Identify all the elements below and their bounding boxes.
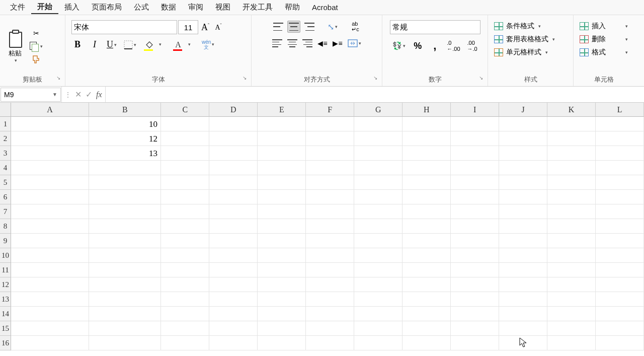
cell-F10[interactable] <box>306 248 354 263</box>
cell-L15[interactable] <box>596 321 644 336</box>
col-header-D[interactable]: D <box>209 103 258 117</box>
cell-B13[interactable] <box>89 292 161 307</box>
cell-A12[interactable] <box>11 277 89 292</box>
cell-K4[interactable] <box>547 161 596 175</box>
cell-D10[interactable] <box>209 248 258 263</box>
cell-J16[interactable] <box>499 336 547 350</box>
cell-E11[interactable] <box>258 263 306 277</box>
cell-F2[interactable] <box>306 131 354 146</box>
cell-C14[interactable] <box>161 307 209 321</box>
cell-I10[interactable] <box>451 248 499 263</box>
cell-H10[interactable] <box>403 248 451 263</box>
cell-C9[interactable] <box>161 234 209 248</box>
cell-K8[interactable] <box>547 219 596 234</box>
cell-G13[interactable] <box>354 292 403 307</box>
col-header-H[interactable]: H <box>403 103 451 117</box>
phonetic-button[interactable]: wén文▾ <box>201 39 215 51</box>
cell-J13[interactable] <box>499 292 547 307</box>
cell-I2[interactable] <box>451 131 499 146</box>
cell-A5[interactable] <box>11 175 89 190</box>
cell-E13[interactable] <box>258 292 306 307</box>
align-bottom-button[interactable] <box>303 21 315 33</box>
cell-A11[interactable] <box>11 263 89 277</box>
cell-I9[interactable] <box>451 234 499 248</box>
cell-I15[interactable] <box>451 321 499 336</box>
cell-F8[interactable] <box>306 219 354 234</box>
cell-E14[interactable] <box>258 307 306 321</box>
grow-font-button[interactable]: Aˆ <box>199 21 211 34</box>
cell-H16[interactable] <box>403 336 451 350</box>
cell-L11[interactable] <box>596 263 644 277</box>
cell-L2[interactable] <box>596 131 644 146</box>
menu-item-8[interactable]: 开发工具 <box>236 1 279 14</box>
dialog-launcher-icon[interactable]: ↘ <box>477 75 485 82</box>
cell-A16[interactable] <box>11 336 89 350</box>
cell-G12[interactable] <box>354 277 403 292</box>
cell-E5[interactable] <box>258 175 306 190</box>
cell-L13[interactable] <box>596 292 644 307</box>
cell-H3[interactable] <box>403 146 451 161</box>
col-header-K[interactable]: K <box>547 103 596 117</box>
cell-C8[interactable] <box>161 219 209 234</box>
cell-J3[interactable] <box>499 146 547 161</box>
cell-B6[interactable] <box>89 190 161 204</box>
cell-I11[interactable] <box>451 263 499 277</box>
cell-G1[interactable] <box>354 117 403 131</box>
cell-D4[interactable] <box>209 161 258 175</box>
align-top-button[interactable] <box>272 21 284 33</box>
cell-L12[interactable] <box>596 277 644 292</box>
font-size-select[interactable] <box>178 20 198 34</box>
wrap-text-button[interactable]: ab↵c <box>350 20 362 33</box>
cell-E12[interactable] <box>258 277 306 292</box>
cell-J5[interactable] <box>499 175 547 190</box>
row-header-2[interactable]: 2 <box>0 131 11 146</box>
cell-I14[interactable] <box>451 307 499 321</box>
cell-H14[interactable] <box>403 307 451 321</box>
fill-color-button[interactable]: ▾ <box>142 39 155 51</box>
col-header-G[interactable]: G <box>354 103 403 117</box>
cell-I6[interactable] <box>451 190 499 204</box>
cell-H1[interactable] <box>403 117 451 131</box>
cell-A8[interactable] <box>11 219 89 234</box>
cell-D14[interactable] <box>209 307 258 321</box>
menu-item-2[interactable]: 插入 <box>58 1 86 14</box>
row-header-13[interactable]: 13 <box>0 292 11 307</box>
cell-G2[interactable] <box>354 131 403 146</box>
cell-C13[interactable] <box>161 292 209 307</box>
menu-item-3[interactable]: 页面布局 <box>86 1 128 14</box>
cell-D11[interactable] <box>209 263 258 277</box>
copy-button[interactable]: ▾ <box>28 40 44 52</box>
cell-C7[interactable] <box>161 204 209 219</box>
cell-G8[interactable] <box>354 219 403 234</box>
cell-K11[interactable] <box>547 263 596 277</box>
cell-B15[interactable] <box>89 321 161 336</box>
cell-G14[interactable] <box>354 307 403 321</box>
cell-F15[interactable] <box>306 321 354 336</box>
cell-F11[interactable] <box>306 263 354 277</box>
accounting-format-button[interactable]: 💱▾ <box>391 40 407 52</box>
name-box[interactable]: M9 ▼ <box>1 88 61 102</box>
cell-F14[interactable] <box>306 307 354 321</box>
cell-B16[interactable] <box>89 336 161 350</box>
cell-F3[interactable] <box>306 146 354 161</box>
cell-G6[interactable] <box>354 190 403 204</box>
cell-L1[interactable] <box>596 117 644 131</box>
cell-D5[interactable] <box>209 175 258 190</box>
col-header-C[interactable]: C <box>161 103 209 117</box>
select-all-corner[interactable] <box>0 103 11 117</box>
cell-F5[interactable] <box>306 175 354 190</box>
cell-K12[interactable] <box>547 277 596 292</box>
dialog-launcher-icon[interactable]: ↘ <box>55 75 62 82</box>
cut-button[interactable]: ✂ <box>30 27 42 39</box>
number-format-select[interactable] <box>390 20 480 34</box>
cell-B3[interactable]: 13 <box>89 146 161 161</box>
cell-E16[interactable] <box>258 336 306 350</box>
row-header-16[interactable]: 16 <box>0 336 11 350</box>
cell-B14[interactable] <box>89 307 161 321</box>
cell-K3[interactable] <box>547 146 596 161</box>
cell-A4[interactable] <box>11 161 89 175</box>
cell-L9[interactable] <box>596 234 644 248</box>
cell-K13[interactable] <box>547 292 596 307</box>
cell-J1[interactable] <box>499 117 547 131</box>
cell-A7[interactable] <box>11 204 89 219</box>
